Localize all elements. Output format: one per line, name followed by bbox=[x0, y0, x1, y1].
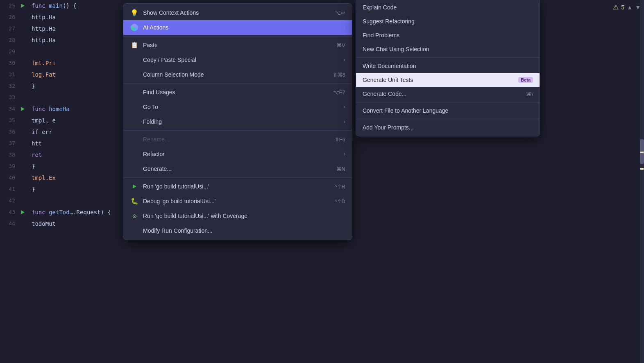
menu-item-label: Debug 'go build tutorialUsi...' bbox=[143, 198, 328, 204]
menu-item-copy-paste-special[interactable]: Copy / Paste Special › bbox=[123, 52, 352, 67]
line-number: 33 bbox=[0, 92, 18, 103]
submenu-separator-2 bbox=[356, 102, 540, 102]
menu-item-shortcut: ⇧F6 bbox=[335, 136, 345, 143]
empty-icon bbox=[130, 70, 139, 79]
menu-item-label: Generate... bbox=[143, 166, 330, 172]
menu-item-paste[interactable]: 📋 Paste ⌘V bbox=[123, 38, 352, 52]
submenu-item-find-problems[interactable]: Find Problems bbox=[356, 28, 540, 42]
menu-item-shortcut: ⌘N bbox=[336, 166, 345, 172]
submenu-arrow-icon: › bbox=[344, 119, 345, 125]
submenu-arrow-icon: › bbox=[344, 25, 345, 30]
empty-icon bbox=[130, 135, 139, 144]
menu-separator-3 bbox=[123, 130, 352, 131]
submenu-item-new-chat[interactable]: New Chat Using Selection bbox=[356, 42, 540, 56]
warning-bar: ⚠ 5 ▲ ▼ bbox=[613, 3, 641, 11]
submenu-arrow-icon: › bbox=[344, 104, 345, 110]
menu-item-show-context-actions[interactable]: 💡 Show Context Actions ⌥↩ bbox=[123, 5, 352, 20]
line-number: 43 bbox=[0, 206, 18, 218]
menu-item-generate[interactable]: Generate... ⌘N bbox=[123, 161, 352, 176]
empty-icon bbox=[130, 150, 139, 159]
warning-triangle-icon: ⚠ bbox=[613, 3, 619, 11]
menu-item-label: Modify Run Configuration... bbox=[143, 227, 345, 234]
submenu-item-label: Suggest Refactoring bbox=[363, 18, 533, 25]
menu-item-label: Run 'go build tutorialUsi...' bbox=[143, 183, 328, 190]
submenu-item-add-prompts[interactable]: Add Your Prompts... bbox=[356, 120, 540, 134]
ai-actions-submenu: Explain Code Suggest Refactoring Find Pr… bbox=[356, 0, 540, 136]
menu-item-ai-actions[interactable]: AI Actions › bbox=[123, 20, 352, 35]
submenu-separator-3 bbox=[356, 119, 540, 119]
submenu-item-label: New Chat Using Selection bbox=[363, 46, 533, 52]
menu-item-run[interactable]: Run 'go build tutorialUsi...' ^⇧R bbox=[123, 179, 352, 194]
line-number: 27 bbox=[0, 23, 18, 34]
submenu-item-label: Generate Unit Tests bbox=[363, 77, 515, 83]
menu-separator-2 bbox=[123, 83, 352, 84]
submenu-separator-1 bbox=[356, 57, 540, 58]
line-number: 29 bbox=[0, 46, 18, 57]
menu-item-column-selection[interactable]: Column Selection Mode ⇧⌘8 bbox=[123, 67, 352, 82]
menu-item-label: Refactor bbox=[143, 151, 340, 157]
menu-item-go-to[interactable]: Go To › bbox=[123, 100, 352, 114]
line-number: 44 bbox=[0, 218, 18, 229]
menu-item-debug[interactable]: 🐛 Debug 'go build tutorialUsi...' ^⇧D bbox=[123, 194, 352, 209]
submenu-item-label: Explain Code bbox=[363, 4, 533, 11]
svg-marker-0 bbox=[21, 4, 25, 8]
menu-item-shortcut: ^⇧D bbox=[335, 198, 346, 204]
submenu-item-generate-code[interactable]: Generate Code... ⌘\ bbox=[356, 87, 540, 101]
line-number: 28 bbox=[0, 34, 18, 46]
menu-item-label: AI Actions bbox=[143, 24, 340, 31]
context-menu: 💡 Show Context Actions ⌥↩ AI Actions › 📋… bbox=[123, 3, 352, 240]
menu-item-folding[interactable]: Folding › bbox=[123, 114, 352, 129]
scrollbar[interactable] bbox=[640, 0, 644, 363]
submenu-arrow-icon: › bbox=[344, 57, 345, 63]
submenu-item-explain-code[interactable]: Explain Code bbox=[356, 0, 540, 14]
warning-count: 5 bbox=[621, 4, 624, 11]
menu-item-label: Go To bbox=[143, 104, 340, 110]
submenu-item-generate-unit-tests[interactable]: Generate Unit Tests Beta bbox=[356, 73, 540, 87]
run-gutter-icon-43[interactable] bbox=[18, 208, 27, 216]
line-number: 36 bbox=[0, 126, 18, 138]
svg-marker-2 bbox=[21, 210, 25, 214]
paste-icon: 📋 bbox=[130, 41, 139, 50]
menu-item-rename: Rename... ⇧F6 bbox=[123, 132, 352, 147]
line-number: 41 bbox=[0, 184, 18, 195]
svg-marker-1 bbox=[21, 107, 25, 111]
submenu-item-label: Convert File to Another Language bbox=[363, 107, 533, 114]
menu-item-find-usages[interactable]: Find Usages ⌥F7 bbox=[123, 85, 352, 100]
menu-item-label: Folding bbox=[143, 118, 340, 125]
submenu-item-label: Write Documentation bbox=[363, 63, 533, 69]
menu-item-modify-run[interactable]: Modify Run Configuration... bbox=[123, 223, 352, 238]
beta-badge: Beta bbox=[518, 77, 533, 83]
menu-item-shortcut: ⇧⌘8 bbox=[333, 72, 345, 78]
line-number: 35 bbox=[0, 115, 18, 126]
line-number: 32 bbox=[0, 80, 18, 92]
line-number: 38 bbox=[0, 149, 18, 161]
menu-item-refactor[interactable]: Refactor › bbox=[123, 147, 352, 161]
submenu-arrow-icon: › bbox=[344, 151, 345, 157]
line-number: 25 bbox=[0, 0, 18, 11]
submenu-item-write-docs[interactable]: Write Documentation bbox=[356, 59, 540, 73]
menu-item-label: Run 'go build tutorialUsi...' with Cover… bbox=[143, 213, 345, 219]
menu-item-run-coverage[interactable]: ⊙ Run 'go build tutorialUsi...' with Cov… bbox=[123, 209, 352, 223]
empty-icon bbox=[130, 102, 139, 111]
menu-item-shortcut: ⌥↩ bbox=[335, 10, 345, 16]
menu-item-label: Find Usages bbox=[143, 89, 327, 95]
menu-separator-1 bbox=[123, 36, 352, 36]
empty-icon bbox=[130, 88, 139, 97]
menu-item-shortcut: ^⇧R bbox=[335, 184, 346, 190]
run-gutter-icon[interactable] bbox=[18, 2, 27, 10]
ai-swirl-icon bbox=[130, 23, 139, 32]
empty-icon bbox=[130, 164, 139, 173]
line-number: 34 bbox=[0, 103, 18, 115]
menu-item-label: Rename... bbox=[143, 136, 328, 143]
line-number: 40 bbox=[0, 172, 18, 184]
line-number: 30 bbox=[0, 57, 18, 69]
nav-up-icon[interactable]: ▲ bbox=[627, 4, 633, 11]
scrollbar-warning-marker bbox=[640, 152, 644, 153]
run-gutter-icon-34[interactable] bbox=[18, 105, 27, 113]
line-number: 37 bbox=[0, 138, 18, 149]
submenu-item-convert-file[interactable]: Convert File to Another Language bbox=[356, 104, 540, 118]
line-number: 31 bbox=[0, 69, 18, 80]
menu-item-shortcut: ⌥F7 bbox=[333, 89, 345, 95]
submenu-item-suggest-refactoring[interactable]: Suggest Refactoring bbox=[356, 14, 540, 28]
submenu-item-shortcut: ⌘\ bbox=[526, 91, 533, 97]
